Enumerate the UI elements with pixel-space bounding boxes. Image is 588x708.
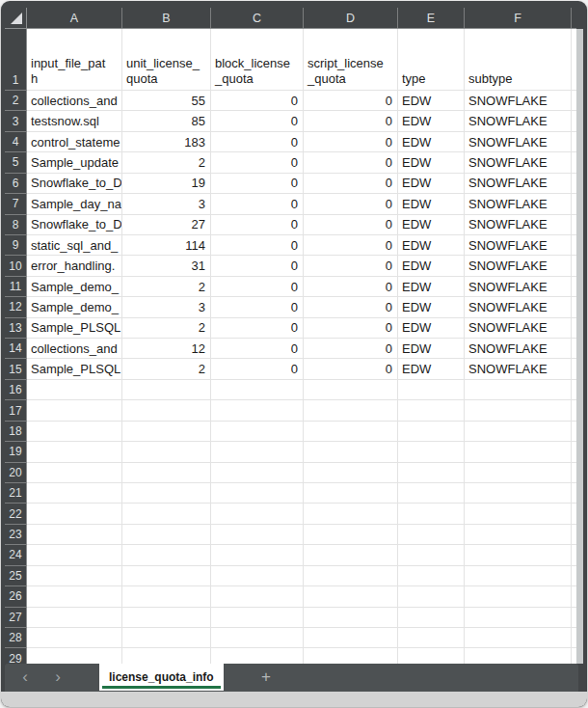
column-header-B[interactable]: B <box>122 8 211 28</box>
cell[interactable]: 114 <box>122 235 211 256</box>
cell[interactable]: EDW <box>398 339 465 359</box>
cell[interactable]: SNOWFLAKE <box>465 339 572 359</box>
cell[interactable]: SNOWFLAKE <box>465 174 572 194</box>
cell[interactable] <box>122 608 211 628</box>
row-number[interactable]: 3 <box>5 111 27 131</box>
header-cell[interactable]: script_license _quota <box>304 29 398 91</box>
cell[interactable]: SNOWFLAKE <box>465 91 572 111</box>
cell[interactable]: 0 <box>211 132 304 152</box>
cell[interactable] <box>211 628 304 648</box>
cell[interactable]: SNOWFLAKE <box>465 194 572 214</box>
cell[interactable]: 0 <box>304 256 398 276</box>
cell[interactable]: SNOWFLAKE <box>465 132 572 152</box>
cell[interactable]: SNOWFLAKE <box>465 215 572 235</box>
cell[interactable] <box>122 422 211 442</box>
cell[interactable] <box>211 545 304 565</box>
cell[interactable]: collections_and <box>27 91 122 111</box>
cell[interactable] <box>304 463 398 483</box>
cell[interactable]: Snowflake_to_D <box>27 174 122 194</box>
cell[interactable] <box>465 586 572 607</box>
row-number[interactable]: 27 <box>5 608 27 628</box>
cell[interactable]: Sample_demo_ <box>27 297 122 317</box>
row-number[interactable]: 13 <box>5 318 27 339</box>
cell[interactable] <box>211 463 304 483</box>
cell[interactable]: EDW <box>398 256 465 276</box>
row-number[interactable]: 16 <box>5 380 27 400</box>
row-number[interactable]: 20 <box>5 463 27 483</box>
cell[interactable] <box>122 483 211 504</box>
cell[interactable]: 0 <box>211 297 304 317</box>
cell[interactable]: EDW <box>398 194 465 214</box>
cell[interactable]: control_stateme <box>27 132 122 152</box>
cell[interactable]: 0 <box>304 235 398 256</box>
cell[interactable]: static_sql_and_ <box>27 235 122 256</box>
cell[interactable]: 0 <box>211 174 304 194</box>
vertical-scrollbar[interactable] <box>576 29 583 664</box>
row-number[interactable]: 9 <box>5 235 27 256</box>
cell[interactable]: Sample_update <box>27 152 122 173</box>
cell[interactable]: 0 <box>304 277 398 297</box>
cell[interactable] <box>27 566 122 586</box>
cell[interactable]: 0 <box>304 91 398 111</box>
cell[interactable] <box>122 648 211 664</box>
cell[interactable] <box>398 400 465 421</box>
cell[interactable] <box>465 442 572 462</box>
cell[interactable]: 0 <box>304 215 398 235</box>
cell[interactable]: SNOWFLAKE <box>465 256 572 276</box>
cell[interactable]: EDW <box>398 318 465 339</box>
cell[interactable]: Snowflake_to_D <box>27 215 122 235</box>
cell[interactable] <box>122 525 211 545</box>
cell[interactable] <box>304 442 398 462</box>
cell[interactable] <box>304 422 398 442</box>
cell[interactable] <box>211 648 304 664</box>
cell[interactable] <box>211 504 304 524</box>
cell[interactable] <box>122 628 211 648</box>
cell[interactable] <box>465 648 572 664</box>
cell[interactable]: 183 <box>122 132 211 152</box>
cell[interactable]: EDW <box>398 91 465 111</box>
cell[interactable]: 3 <box>122 194 211 214</box>
cell[interactable] <box>304 566 398 586</box>
cell[interactable] <box>304 586 398 607</box>
cell[interactable]: 0 <box>211 277 304 297</box>
cell[interactable]: EDW <box>398 152 465 173</box>
row-number[interactable]: 2 <box>5 91 27 111</box>
cell[interactable] <box>465 504 572 524</box>
cell[interactable] <box>27 504 122 524</box>
cell[interactable]: 0 <box>304 111 398 131</box>
cell[interactable]: 0 <box>211 91 304 111</box>
cell[interactable] <box>465 380 572 400</box>
column-header-A[interactable]: A <box>27 8 122 28</box>
cell[interactable] <box>398 586 465 607</box>
row-number[interactable]: 26 <box>5 586 27 607</box>
cell[interactable] <box>27 463 122 483</box>
cell[interactable] <box>27 545 122 565</box>
cell[interactable]: 2 <box>122 359 211 379</box>
row-number[interactable]: 12 <box>5 297 27 317</box>
cell[interactable] <box>27 442 122 462</box>
cell[interactable] <box>122 400 211 421</box>
cell[interactable]: Sample_PLSQL <box>27 359 122 379</box>
cell[interactable]: 0 <box>211 318 304 339</box>
cell[interactable] <box>398 442 465 462</box>
prev-sheet-icon[interactable]: ‹ <box>16 664 34 692</box>
row-number[interactable]: 5 <box>5 152 27 173</box>
cell[interactable] <box>304 628 398 648</box>
tab-license-quota-info[interactable]: license_quota_info <box>99 664 224 691</box>
header-cell[interactable]: block_license _quota <box>211 29 304 91</box>
cell[interactable]: EDW <box>398 132 465 152</box>
cell[interactable] <box>122 545 211 565</box>
cell[interactable] <box>211 525 304 545</box>
cell[interactable]: collections_and <box>27 339 122 359</box>
row-number[interactable]: 18 <box>5 422 27 442</box>
cell[interactable] <box>211 608 304 628</box>
cell[interactable]: SNOWFLAKE <box>465 152 572 173</box>
cell[interactable]: 55 <box>122 91 211 111</box>
row-number[interactable]: 7 <box>5 194 27 214</box>
cell[interactable]: error_handling. <box>27 256 122 276</box>
cell[interactable]: EDW <box>398 215 465 235</box>
cell[interactable] <box>398 422 465 442</box>
cell[interactable] <box>27 380 122 400</box>
cell[interactable]: 31 <box>122 256 211 276</box>
cell[interactable] <box>465 628 572 648</box>
